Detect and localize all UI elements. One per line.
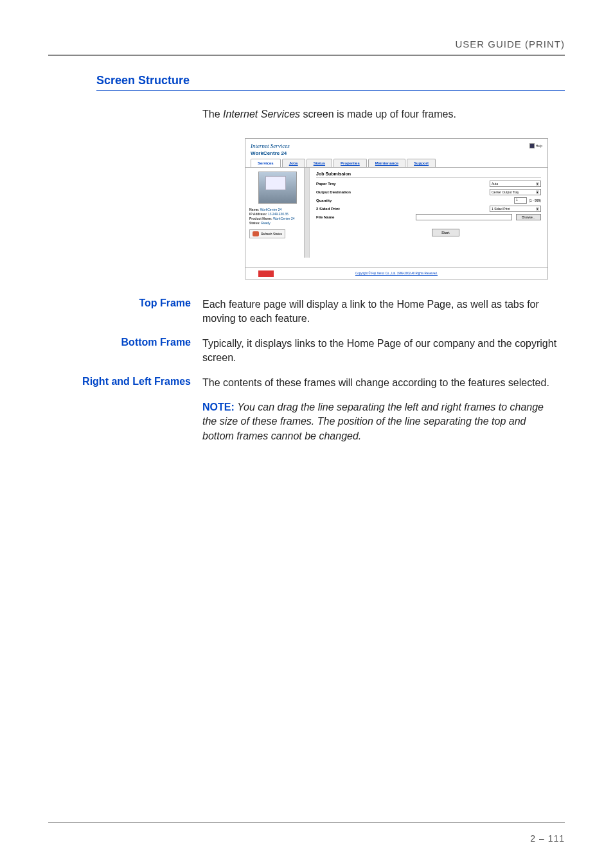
intro-text: The Internet Services screen is made up … [202,109,565,120]
ss-right-frame: Job Submission Paper Tray Auto▾ Output D… [310,168,547,258]
left-scrollbar[interactable] [304,168,309,258]
ss-logo-text: Internet Services [251,143,290,149]
def-body-top: Each feature page will display a link to… [202,297,565,326]
dropdown-arrow-icon: ▾ [536,182,539,186]
quantity-input[interactable]: 1 [514,197,527,204]
ss-product-name: WorkCentre 24 [245,150,547,159]
section-heading: Screen Structure [96,74,565,87]
definition-bottom-frame: Bottom Frame Typically, it displays link… [48,337,565,366]
note-spacer [48,400,202,443]
ss-main-body: Name: WorkCentre 24 IP Address: 13.249.2… [245,168,547,258]
two-sided-label: 2 Sided Print [316,207,380,211]
ss-bottom-frame: Copyright © Fuji Xerox Co., Ltd. 1999-20… [245,267,547,279]
two-sided-select[interactable]: 1 Sided Print▾ [490,206,541,212]
info-name: Name: WorkCentre 24 [249,208,305,211]
def-label-rl: Right and Left Frames [48,376,202,390]
form-title: Job Submission [316,172,541,178]
footer-rule [48,822,565,823]
help-link[interactable]: Help [529,143,542,148]
tab-status[interactable]: Status [306,159,332,167]
tab-services[interactable]: Services [251,159,281,167]
info-name-label: Name: [249,208,259,211]
def-label-bottom: Bottom Frame [48,337,202,366]
intro-prefix: The [202,109,223,120]
company-logo-icon[interactable] [258,270,274,277]
intro-suffix: screen is made up of four frames. [300,109,456,120]
paper-tray-label: Paper Tray [316,182,380,186]
paper-tray-select[interactable]: Auto▾ [490,181,541,187]
header-rule [48,55,565,56]
help-label: Help [536,144,542,148]
printer-image-icon [258,172,297,204]
definition-rl-frames: Right and Left Frames The contents of th… [48,376,565,390]
def-label-top: Top Frame [48,297,202,326]
info-product: Product Name: WorkCentre 24 [249,217,305,220]
refresh-status-button[interactable]: Refresh Status [249,229,285,238]
tab-properties[interactable]: Properties [333,159,367,167]
file-name-input[interactable] [416,214,512,220]
quantity-label: Quantity [316,199,380,202]
header-title: USER GUIDE (PRINT) [48,39,565,49]
start-button[interactable]: Start [432,229,459,236]
tab-support[interactable]: Support [407,159,436,167]
info-status: Status: Ready [249,221,305,225]
info-status-label: Status: [249,221,260,225]
refresh-label: Refresh Status [261,232,282,236]
page-number: 2 – 111 [530,833,565,844]
two-sided-value: 1 Sided Print [492,207,510,211]
paper-tray-value: Auto [492,182,498,186]
output-dest-value: Center Output Tray [492,190,519,194]
screenshot: Internet Services Help WorkCentre 24 Ser… [245,138,548,279]
info-ip: IP Address: 13.249.230.35 [249,212,305,216]
ss-left-frame: Name: WorkCentre 24 IP Address: 13.249.2… [245,168,310,258]
section-rule [96,90,565,91]
dropdown-arrow-icon: ▾ [536,190,539,194]
tab-jobs[interactable]: Jobs [282,159,305,167]
info-product-value: WorkCentre 24 [273,217,295,220]
output-dest-select[interactable]: Center Output Tray▾ [490,189,541,195]
dropdown-arrow-icon: ▾ [536,207,539,211]
info-ip-value: 13.249.230.35 [268,212,289,216]
info-product-label: Product Name: [249,217,272,220]
ss-tabs: Services Jobs Status Properties Maintena… [245,159,547,168]
output-dest-label: Output Destination [316,190,380,194]
file-name-label: File Name [316,215,380,219]
note-body-container: NOTE: You can drag the line separating t… [202,400,565,443]
info-ip-label: IP Address: [249,212,267,216]
tab-maintenance[interactable]: Maintenance [368,159,405,167]
note-row: NOTE: You can drag the line separating t… [48,400,565,443]
def-body-rl: The contents of these frames will change… [202,376,565,390]
browse-button[interactable]: Browse... [516,214,541,220]
note-label: NOTE: [202,402,235,412]
ss-top-frame: Internet Services Help [245,139,547,150]
copyright-link[interactable]: Copyright © Fuji Xerox Co., Ltd. 1999-20… [355,272,438,275]
refresh-icon [253,231,259,236]
info-name-value: WorkCentre 24 [260,208,282,211]
help-icon [529,143,535,148]
definition-top-frame: Top Frame Each feature page will display… [48,297,565,326]
intro-italic: Internet Services [223,109,300,120]
quantity-range: (1 - 999) [529,199,541,202]
def-body-bottom: Typically, it displays links to the Home… [202,337,565,366]
info-status-value: Ready [261,221,270,225]
note-body: You can drag the line separating the lef… [202,402,544,441]
